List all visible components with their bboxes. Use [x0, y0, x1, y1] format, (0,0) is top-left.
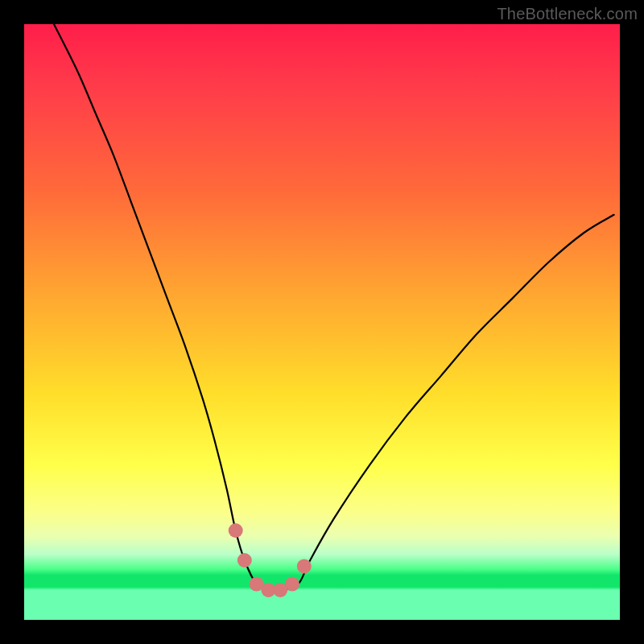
chart-frame: TheBottleneck.com [0, 0, 644, 644]
watermark-text: TheBottleneck.com [497, 5, 638, 23]
valley-marker [297, 559, 312, 573]
valley-marker-group [229, 523, 312, 597]
bottleneck-curve [54, 24, 614, 591]
valley-marker [237, 553, 252, 568]
valley-marker [229, 523, 243, 538]
valley-marker [285, 577, 299, 592]
curve-layer [24, 24, 620, 620]
plot-area [24, 24, 620, 620]
